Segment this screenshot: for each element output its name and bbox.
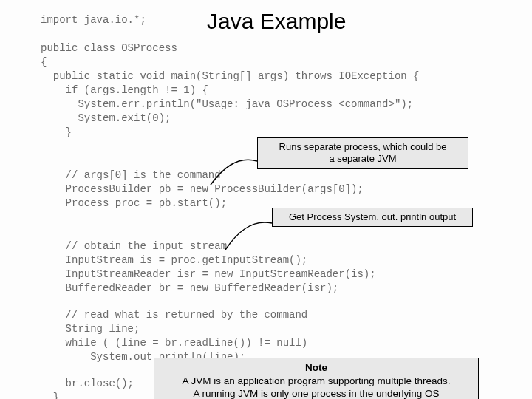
code-line-err: System.err.println("Usage: java OSProces… [41,98,413,112]
code-line-proc: Process proc = pb.start(); [41,197,227,211]
code-line-brace-open: { [41,55,47,69]
code-line-comment-read: // read what is returned by the command [41,308,307,322]
slide-title: Java Example [207,9,346,34]
note-line1: A JVM is an application program supporti… [182,375,450,386]
callout-get-process: Get Process System. out. println output [272,208,473,227]
code-line-import: import java.io.*; [41,13,146,27]
callout1-line2: a separate JVM [329,153,396,164]
note-box: Note A JVM is an application program sup… [154,358,479,399]
code-line-comment-obtain: // obtain the input stream [41,239,227,253]
code-line-br: BufferedReader br = new BufferedReader(i… [41,282,338,296]
callout-runs-separate: Runs separate process, which could be a … [257,137,468,169]
code-line-close: br.close(); [41,377,134,391]
code-line-while: while ( (line = br.readLine()) != null) [41,336,307,350]
code-line-brace-close-method: } [41,391,59,399]
code-line-endif: } [41,126,72,140]
code-line-exit: System.exit(0); [41,112,171,126]
code-line-pb: ProcessBuilder pb = new ProcessBuilder(a… [41,183,364,197]
code-line-comment-args: // args[0] is the command [41,168,221,183]
callout1-line1: Runs separate process, which could be [279,141,447,152]
code-line-isr: InputStreamReader isr = new InputStreamR… [41,267,376,282]
callout2-text: Get Process System. out. println output [289,211,456,222]
code-line-main: public static void main(String[] args) t… [41,69,419,83]
note-title: Note [305,362,327,373]
connector-curve-2 [222,219,281,256]
code-line-if: if (args.length != 1) { [41,83,208,98]
code-line-string: String line; [41,322,140,336]
connector-curve-1 [207,155,266,192]
note-line2: A running JVM is only one process in the… [193,388,439,399]
code-line-class: public class OSProcess [41,41,177,55]
